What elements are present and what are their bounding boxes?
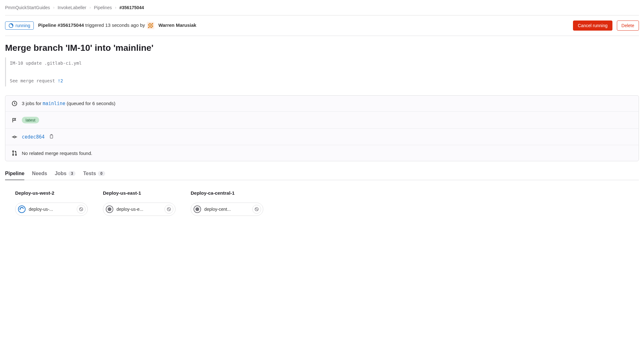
flag-icon: [12, 117, 17, 123]
svg-point-6: [15, 154, 16, 155]
commit-sha-link[interactable]: cedec864: [22, 134, 45, 140]
cancel-running-button[interactable]: Cancel running: [573, 21, 612, 31]
svg-point-2: [14, 136, 15, 138]
pipeline-id: Pipeline #356175044: [38, 22, 84, 28]
svg-rect-3: [50, 135, 53, 138]
stage-title: Deploy-ca-central-1: [191, 190, 263, 196]
page-title: Merge branch 'IM-10' into 'mainline': [5, 43, 639, 53]
job-cancel-button[interactable]: [252, 205, 261, 214]
stage-title: Deploy-us-east-1: [103, 190, 176, 196]
delete-button[interactable]: Delete: [617, 21, 639, 31]
breadcrumb: PmmQuickStartGuides › InvokeLabeller › P…: [5, 5, 639, 15]
svg-point-4: [13, 151, 14, 152]
pipeline-stages: Deploy-us-west-2 deploy-us-... Deploy-us…: [5, 188, 639, 216]
breadcrumb-item[interactable]: Pipelines: [94, 5, 112, 10]
job-status-running-icon: [18, 205, 26, 213]
status-badge-running[interactable]: running: [5, 21, 34, 30]
tabs: Pipeline Needs Jobs 3 Tests 0: [5, 168, 639, 180]
tab-pipeline[interactable]: Pipeline: [5, 168, 24, 180]
job-name: deploy-cent...: [204, 207, 249, 212]
info-row-commit: cedec864: [5, 129, 639, 145]
job-status-pending-icon: [106, 205, 113, 213]
status-label: running: [15, 23, 30, 28]
commit-msg-line: See merge request !2: [10, 76, 639, 85]
job-status-pending-icon: [194, 205, 201, 213]
info-row-tags: latest: [5, 112, 639, 129]
copy-icon[interactable]: [49, 134, 54, 140]
merge-request-link[interactable]: !2: [58, 78, 63, 83]
clock-icon: [12, 101, 17, 106]
info-row-merge-requests: No related merge requests found.: [5, 145, 639, 161]
commit-icon: [12, 134, 17, 140]
svg-point-5: [13, 154, 14, 155]
pipeline-info-panel: 3 jobs for mainline (queued for 6 second…: [5, 95, 639, 161]
job-name: deploy-us-...: [29, 207, 74, 212]
commit-message: IM-10 update .gitlab-ci.yml See merge re…: [5, 57, 639, 86]
triggered-text: triggered 13 seconds ago by: [84, 22, 146, 28]
job-name: deploy-us-e...: [116, 207, 161, 212]
job-pill[interactable]: deploy-us-e...: [103, 203, 176, 216]
tab-count: 0: [98, 171, 105, 176]
job-pill[interactable]: deploy-us-...: [15, 203, 88, 216]
avatar[interactable]: [147, 22, 154, 29]
running-icon: [9, 23, 14, 28]
tab-needs[interactable]: Needs: [32, 168, 47, 180]
breadcrumb-item[interactable]: PmmQuickStartGuides: [5, 5, 50, 10]
chevron-right-icon: ›: [89, 5, 91, 10]
merge-request-status: No related merge requests found.: [22, 151, 92, 156]
stage-title: Deploy-us-west-2: [15, 190, 88, 196]
info-row-jobs: 3 jobs for mainline (queued for 6 second…: [5, 96, 639, 112]
job-pill[interactable]: deploy-cent...: [191, 203, 263, 216]
pipeline-header: running Pipeline #356175044 triggered 13…: [5, 15, 639, 36]
tab-jobs[interactable]: Jobs 3: [55, 168, 75, 180]
commit-msg-line: IM-10 update .gitlab-ci.yml: [10, 59, 639, 68]
stage-column: Deploy-us-west-2 deploy-us-...: [15, 190, 88, 216]
tab-tests[interactable]: Tests 0: [83, 168, 105, 180]
tag-badge-latest[interactable]: latest: [22, 117, 39, 123]
branch-link[interactable]: mainline: [43, 101, 65, 106]
pipeline-description: Pipeline #356175044 triggered 13 seconds…: [38, 22, 569, 29]
breadcrumb-item[interactable]: InvokeLabeller: [57, 5, 86, 10]
chevron-right-icon: ›: [53, 5, 54, 10]
job-cancel-button[interactable]: [164, 205, 173, 214]
chevron-right-icon: ›: [115, 5, 116, 10]
breadcrumb-current: #356175044: [119, 5, 144, 10]
job-cancel-button[interactable]: [77, 205, 86, 214]
user-name[interactable]: Warren Marusiak: [158, 22, 196, 28]
merge-request-icon: [12, 150, 17, 156]
stage-column: Deploy-ca-central-1 deploy-cent...: [191, 190, 263, 216]
tab-count: 3: [69, 171, 76, 176]
stage-column: Deploy-us-east-1 deploy-us-e...: [103, 190, 176, 216]
